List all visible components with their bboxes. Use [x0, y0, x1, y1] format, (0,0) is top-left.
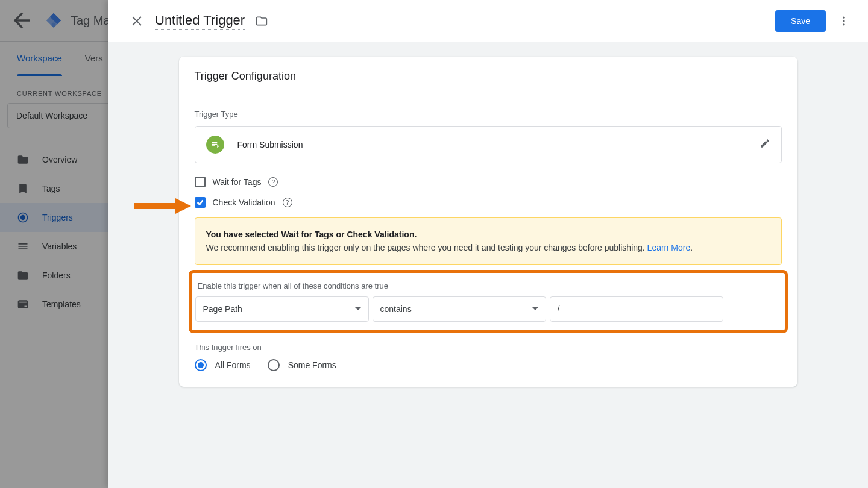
help-icon[interactable]: ? — [283, 198, 292, 207]
chevron-down-icon — [355, 307, 361, 310]
all-forms-radio[interactable] — [195, 359, 207, 371]
folder-outline-icon[interactable] — [256, 15, 268, 27]
panel-body: Trigger Configuration Trigger Type Form … — [108, 42, 868, 488]
fires-on-label: This trigger fires on — [195, 343, 782, 352]
wait-for-tags-checkbox[interactable] — [195, 177, 206, 187]
condition-highlight-box: Enable this trigger when all of these co… — [189, 270, 788, 333]
select-value: Page Path — [203, 304, 242, 314]
close-button[interactable] — [125, 9, 149, 33]
more-vert-icon — [838, 15, 850, 27]
wait-for-tags-label: Wait for Tags — [213, 177, 262, 187]
check-validation-row: Check Validation ? — [195, 197, 782, 208]
fires-on-radio-group: All Forms Some Forms — [195, 359, 782, 371]
trigger-type-label: Trigger Type — [195, 110, 782, 119]
close-icon — [132, 16, 142, 26]
validation-warning-box: You have selected Wait for Tags or Check… — [195, 217, 782, 265]
checkmark-icon — [196, 198, 204, 207]
some-forms-label: Some Forms — [288, 360, 336, 370]
trigger-config-card: Trigger Configuration Trigger Type Form … — [179, 57, 797, 387]
svg-point-5 — [843, 20, 844, 22]
condition-label: Enable this trigger when all of these co… — [198, 281, 781, 290]
save-button[interactable]: Save — [775, 10, 826, 32]
svg-point-4 — [843, 16, 844, 18]
card-title: Trigger Configuration — [179, 57, 797, 96]
help-icon[interactable]: ? — [268, 177, 278, 187]
trigger-name-input[interactable]: Untitled Trigger — [155, 13, 245, 30]
trigger-editor-panel: Untitled Trigger Save Trigger Configurat… — [108, 0, 868, 488]
learn-more-link[interactable]: Learn More — [647, 243, 691, 252]
svg-point-6 — [843, 23, 844, 25]
all-forms-label: All Forms — [215, 360, 251, 370]
warning-title: You have selected Wait for Tags or Check… — [206, 230, 417, 239]
trigger-type-selector[interactable]: Form Submission — [195, 126, 782, 163]
wait-for-tags-row: Wait for Tags ? — [195, 177, 782, 187]
some-forms-radio[interactable] — [268, 359, 280, 371]
condition-row: Page Path contains — [195, 296, 781, 322]
check-validation-checkbox[interactable] — [195, 197, 206, 208]
condition-operator-select[interactable]: contains — [373, 296, 546, 322]
condition-value-input[interactable] — [550, 296, 723, 322]
check-validation-label: Check Validation — [213, 198, 275, 207]
condition-variable-select[interactable]: Page Path — [195, 296, 369, 322]
select-value: contains — [380, 304, 412, 314]
edit-pencil-icon[interactable] — [760, 138, 770, 151]
form-submission-icon — [206, 136, 224, 154]
trigger-type-name: Form Submission — [237, 140, 303, 149]
warning-body: We recommend enabling this trigger only … — [206, 243, 647, 252]
more-menu-button[interactable] — [832, 9, 856, 33]
panel-header: Untitled Trigger Save — [108, 0, 868, 42]
chevron-down-icon — [532, 307, 538, 310]
